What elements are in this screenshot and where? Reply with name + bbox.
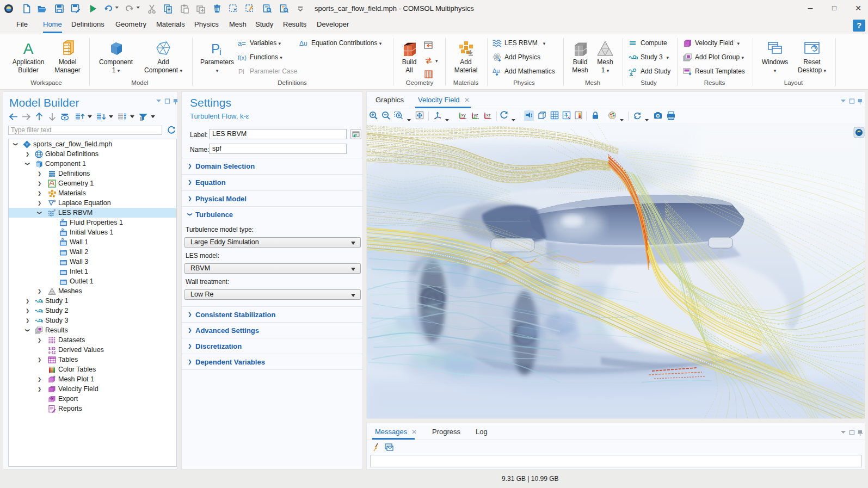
svg-text:xz: xz [487, 113, 491, 118]
svg-text:8.85: 8.85 [48, 347, 56, 350]
svg-text:D: D [61, 228, 64, 231]
svg-text:xy: xy [461, 113, 466, 118]
svg-text:D: D [61, 238, 64, 241]
svg-text:P: P [211, 41, 220, 56]
svg-text:e-12: e-12 [48, 350, 56, 354]
svg-text:Pі: Pі [238, 68, 244, 76]
svg-text:a=: a= [238, 39, 246, 47]
svg-text:yz: yz [474, 113, 478, 118]
svg-text:f(x): f(x) [238, 54, 247, 61]
svg-text:Δu: Δu [493, 67, 500, 74]
svg-text:i: i [219, 47, 221, 57]
svg-text:Δu: Δu [299, 40, 307, 47]
svg-text:D: D [61, 219, 64, 221]
svg-text:A: A [23, 40, 34, 57]
